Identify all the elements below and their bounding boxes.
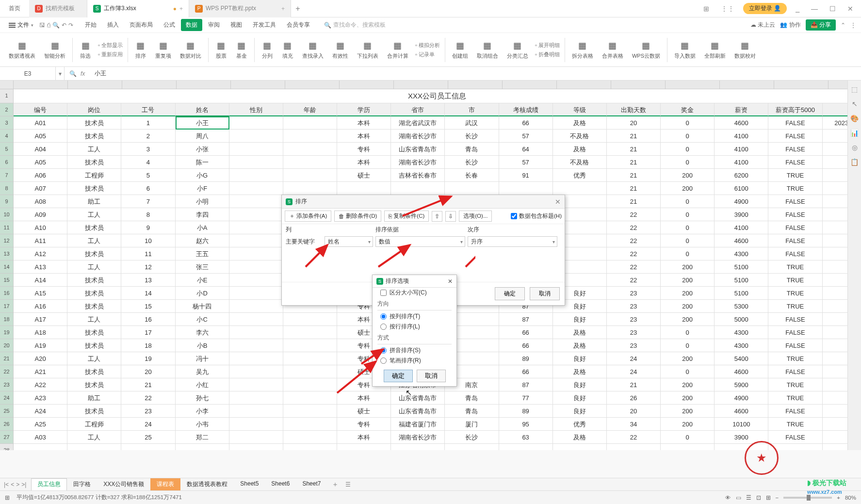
login-button[interactable]: 立即登录 👤: [743, 3, 787, 14]
cell[interactable]: 工程师: [67, 418, 121, 431]
cell[interactable]: [229, 391, 283, 405]
cell[interactable]: 4300: [715, 247, 768, 260]
cell[interactable]: [229, 208, 283, 221]
cell[interactable]: 200: [661, 418, 715, 431]
col-header[interactable]: [774, 81, 829, 89]
cell[interactable]: [283, 116, 337, 130]
cell[interactable]: FALSE: [768, 208, 822, 221]
cell[interactable]: A15: [14, 287, 67, 300]
ribbon-智能分析[interactable]: ▦智能分析: [40, 34, 69, 65]
cell[interactable]: [229, 352, 283, 365]
ribbon-股票[interactable]: ▦股票: [211, 34, 231, 65]
cell[interactable]: 青岛: [445, 391, 499, 405]
cell[interactable]: [229, 182, 283, 195]
row-header[interactable]: 20: [0, 339, 14, 352]
cell[interactable]: 4: [121, 156, 175, 169]
cell[interactable]: 山东省青岛市: [391, 391, 445, 405]
cell[interactable]: [67, 444, 121, 450]
col-header[interactable]: [611, 81, 666, 89]
cell[interactable]: 杨十四: [176, 300, 229, 313]
cell[interactable]: [229, 143, 283, 156]
cell[interactable]: 4900: [715, 391, 768, 405]
move-up-button[interactable]: ⇧: [432, 211, 442, 222]
cell[interactable]: 57: [499, 156, 553, 169]
col-header[interactable]: [394, 81, 448, 89]
column-header[interactable]: 编号: [14, 103, 67, 116]
cell[interactable]: [229, 378, 283, 391]
sheet-tab-XXX公司销售额[interactable]: XXX公司销售额: [97, 478, 150, 490]
menu-tab-页面布局[interactable]: 页面布局: [125, 19, 158, 31]
cell[interactable]: 武汉: [445, 116, 499, 130]
dialog-titlebar[interactable]: S 排序 ✕: [282, 195, 565, 209]
ribbon-筛选[interactable]: ▦筛选: [76, 34, 95, 65]
cell[interactable]: 15: [121, 300, 175, 313]
cell[interactable]: A24: [14, 405, 67, 418]
cell[interactable]: 及格: [553, 365, 607, 378]
cell[interactable]: 0: [661, 326, 715, 339]
save-icon[interactable]: 🖫: [39, 22, 45, 29]
cell[interactable]: 本科: [337, 156, 391, 169]
zoom-in-button[interactable]: +: [837, 495, 840, 501]
cell[interactable]: 6200: [715, 169, 768, 182]
cell[interactable]: 良好: [553, 352, 607, 365]
cell[interactable]: 21: [607, 156, 661, 169]
cell[interactable]: 技术员: [67, 287, 121, 300]
cell[interactable]: 5: [121, 169, 175, 182]
cell[interactable]: [283, 365, 337, 378]
cell[interactable]: [229, 287, 283, 300]
cell[interactable]: [283, 313, 337, 326]
more-icon[interactable]: ⋮: [850, 22, 856, 29]
cell[interactable]: 14: [121, 287, 175, 300]
column-header[interactable]: 出勤天数: [607, 103, 661, 116]
cell[interactable]: 4600: [715, 116, 768, 130]
column-header[interactable]: 工号: [121, 103, 175, 116]
cell[interactable]: 硕士: [337, 405, 391, 418]
cell[interactable]: 24: [607, 365, 661, 378]
cell[interactable]: 不及格: [553, 130, 607, 143]
cell[interactable]: 小B: [176, 339, 229, 352]
cell[interactable]: 周八: [176, 130, 229, 143]
cell[interactable]: TRUE: [768, 300, 822, 313]
cell[interactable]: 95: [499, 418, 553, 431]
cell[interactable]: 87: [499, 313, 553, 326]
cell[interactable]: [121, 444, 175, 450]
ribbon-合并表格[interactable]: ▦合并表格: [598, 34, 627, 65]
cancel-button[interactable]: 取消: [417, 370, 446, 382]
cell[interactable]: TRUE: [768, 274, 822, 287]
menu-tab-数据[interactable]: 数据: [181, 19, 202, 31]
sheet-tab-Sheet5[interactable]: Sheet5: [234, 478, 265, 490]
cell[interactable]: [229, 418, 283, 431]
cell[interactable]: 200: [661, 391, 715, 405]
cell[interactable]: 4600: [715, 405, 768, 418]
cell[interactable]: A20: [14, 352, 67, 365]
cell[interactable]: 及格: [553, 339, 607, 352]
cell[interactable]: 技术员: [67, 300, 121, 313]
cell[interactable]: FALSE: [768, 326, 822, 339]
col-header[interactable]: [448, 81, 503, 89]
cell[interactable]: A25: [14, 418, 67, 431]
cell[interactable]: A06: [14, 169, 67, 182]
cell[interactable]: 64: [499, 143, 553, 156]
cell[interactable]: 4900: [715, 195, 768, 208]
cell[interactable]: 4600: [715, 365, 768, 378]
column-header[interactable]: 奖金: [661, 103, 715, 116]
sort-order-select[interactable]: 升序: [468, 236, 557, 247]
col-header[interactable]: [122, 81, 177, 89]
cell[interactable]: 23: [607, 300, 661, 313]
cell[interactable]: 24: [121, 418, 175, 431]
cell[interactable]: 吉林省长春市: [391, 169, 445, 182]
cell[interactable]: 4100: [715, 130, 768, 143]
print-icon[interactable]: ⎙: [47, 22, 50, 29]
row-header[interactable]: 13: [0, 247, 14, 260]
cell[interactable]: 孙七: [176, 391, 229, 405]
cell[interactable]: FALSE: [768, 339, 822, 352]
cell[interactable]: [229, 405, 283, 418]
menu-tab-视图[interactable]: 视图: [226, 19, 247, 31]
sort-by-column-radio[interactable]: 按列排序(T): [373, 311, 456, 322]
ribbon-创建组[interactable]: ▦创建组: [448, 34, 472, 65]
cell[interactable]: [229, 444, 283, 450]
row-header[interactable]: 28: [0, 444, 14, 450]
cell[interactable]: 22: [121, 391, 175, 405]
column-header[interactable]: 薪资高于5000: [768, 103, 822, 116]
new-tab-button[interactable]: +: [291, 4, 305, 13]
